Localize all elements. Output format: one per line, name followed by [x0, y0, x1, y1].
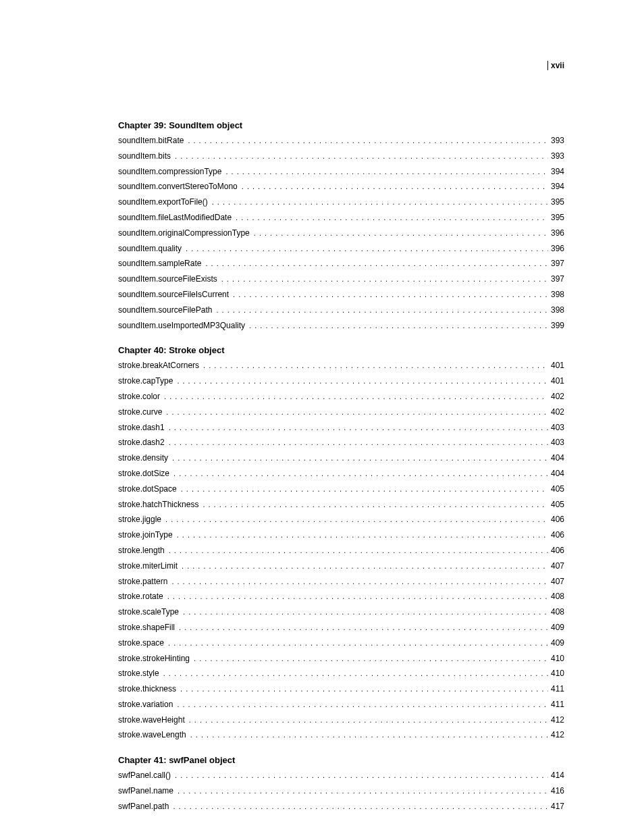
toc-entry-label: stroke.breakAtCorners	[118, 358, 203, 373]
toc-entry-page: 397	[548, 256, 564, 271]
toc-entry[interactable]: stroke.color402	[118, 389, 564, 405]
toc-entry[interactable]: soundItem.originalCompressionType396	[118, 226, 564, 241]
toc-entry-label: soundItem.sourceFileExists	[118, 271, 221, 287]
toc-entry-page: 407	[548, 574, 564, 590]
toc-entry-page: 411	[548, 697, 564, 712]
toc-entry[interactable]: stroke.pattern407	[118, 574, 564, 590]
toc-entry-page: 401	[548, 373, 564, 389]
toc-entry-label: stroke.jiggle	[118, 512, 165, 527]
toc-entry-label: soundItem.convertStereoToMono	[118, 179, 242, 194]
toc-entry-label: swfPanel.path	[118, 799, 173, 814]
toc-leader	[163, 667, 548, 681]
toc-entry[interactable]: stroke.jiggle406	[118, 512, 564, 527]
toc-entry[interactable]: soundItem.compressionType394	[118, 164, 564, 180]
toc-leader	[175, 768, 548, 783]
toc-entry[interactable]: stroke.space409	[118, 635, 564, 651]
toc-entry-page: 402	[548, 389, 564, 405]
toc-leader	[165, 513, 548, 527]
toc-leader	[177, 698, 548, 712]
toc-entry[interactable]: stroke.dash1403	[118, 420, 564, 436]
toc-entry[interactable]: stroke.variation411	[118, 697, 564, 712]
toc-leader	[173, 467, 548, 481]
toc-entry-label: stroke.capType	[118, 373, 177, 389]
toc-entry[interactable]: soundItem.sourceFileIsCurrent398	[118, 287, 564, 303]
toc-entry-page: 398	[548, 303, 564, 318]
toc-entry[interactable]: soundItem.fileLastModifiedDate395	[118, 210, 564, 226]
toc-entry-label: stroke.dash1	[118, 420, 169, 436]
toc-entry-label: stroke.dash2	[118, 435, 169, 450]
toc-entry-label: stroke.scaleType	[118, 604, 183, 620]
toc-leader	[203, 359, 548, 373]
toc-entry[interactable]: stroke.style410	[118, 666, 564, 681]
toc-entry-page: 395	[548, 210, 564, 226]
toc-entry[interactable]: stroke.thickness411	[118, 681, 564, 697]
toc-leader	[188, 134, 548, 148]
toc-leader	[205, 257, 548, 271]
toc-entry[interactable]: stroke.dotSpace405	[118, 481, 564, 497]
toc-entry-page: 408	[548, 604, 564, 620]
toc-entry-label: soundItem.bitRate	[118, 133, 188, 149]
toc-entry[interactable]: stroke.strokeHinting410	[118, 651, 564, 667]
toc-entry[interactable]: soundItem.quality396	[118, 241, 564, 257]
toc-entry-label: stroke.curve	[118, 405, 166, 420]
toc-entry-page: 412	[548, 727, 564, 743]
toc-entry-label: stroke.strokeHinting	[118, 651, 194, 667]
toc-entry[interactable]: stroke.density404	[118, 450, 564, 466]
toc-leader	[236, 211, 548, 225]
toc-entry[interactable]: swfPanel.name416	[118, 783, 564, 799]
toc-entry[interactable]: soundItem.useImportedMP3Quality399	[118, 318, 564, 334]
toc-leader	[166, 405, 548, 419]
toc-leader	[180, 682, 548, 696]
toc-entry[interactable]: soundItem.bits393	[118, 149, 564, 164]
chapter-title: Chapter 40: Stroke object	[118, 345, 564, 355]
toc-entry[interactable]: soundItem.sourceFileExists397	[118, 271, 564, 287]
toc-entry-label: stroke.variation	[118, 697, 177, 712]
toc-entry[interactable]: stroke.shapeFill409	[118, 620, 564, 635]
toc-entry[interactable]: soundItem.sourceFilePath398	[118, 303, 564, 318]
toc-entry-page: 416	[548, 783, 564, 799]
toc-leader	[212, 195, 548, 209]
toc-leader	[168, 636, 548, 650]
toc-entry[interactable]: stroke.length406	[118, 543, 564, 558]
toc-entry-label: soundItem.originalCompressionType	[118, 226, 254, 241]
toc-entry[interactable]: stroke.hatchThickness405	[118, 497, 564, 513]
toc-leader	[178, 784, 548, 798]
toc-entry-label: soundItem.fileLastModifiedDate	[118, 210, 236, 226]
toc-entry-page: 401	[548, 358, 564, 373]
toc-leader	[169, 421, 548, 435]
toc-entry-page: 396	[548, 241, 564, 257]
toc-leader	[189, 713, 548, 727]
toc-entry-label: soundItem.quality	[118, 241, 186, 257]
toc-entry[interactable]: stroke.breakAtCorners401	[118, 358, 564, 373]
toc-entry-page: 406	[548, 512, 564, 527]
toc-entry-label: stroke.dotSpace	[118, 481, 181, 497]
toc-leader	[254, 226, 548, 240]
toc-entry[interactable]: stroke.rotate408	[118, 589, 564, 604]
toc-entry[interactable]: stroke.curve402	[118, 405, 564, 420]
toc-entry[interactable]: soundItem.exportToFile()395	[118, 194, 564, 210]
toc-entry[interactable]: swfPanel.path417	[118, 799, 564, 814]
toc-entry[interactable]: stroke.dotSize404	[118, 466, 564, 481]
toc-entry[interactable]: stroke.capType401	[118, 373, 564, 389]
toc-entry-label: stroke.hatchThickness	[118, 497, 203, 513]
toc-entry[interactable]: stroke.joinType406	[118, 527, 564, 543]
toc-entry-label: stroke.rotate	[118, 589, 167, 604]
toc-leader	[167, 590, 548, 604]
toc-entry-label: stroke.thickness	[118, 681, 180, 697]
toc-leader	[177, 374, 548, 388]
toc-entry-label: swfPanel.call()	[118, 768, 175, 783]
toc-entry[interactable]: soundItem.convertStereoToMono394	[118, 179, 564, 194]
toc-entry[interactable]: stroke.waveLength412	[118, 727, 564, 743]
toc-entry[interactable]: soundItem.bitRate393	[118, 133, 564, 149]
toc-leader	[181, 482, 548, 496]
toc-entry[interactable]: stroke.dash2403	[118, 435, 564, 450]
toc-entry-label: soundItem.bits	[118, 149, 175, 164]
toc-entry-label: soundItem.compressionType	[118, 164, 225, 180]
toc-entry-page: 406	[548, 543, 564, 558]
toc-entry[interactable]: soundItem.sampleRate397	[118, 256, 564, 271]
toc-entry[interactable]: stroke.miterLimit407	[118, 558, 564, 574]
toc-entry[interactable]: swfPanel.call()414	[118, 768, 564, 783]
toc-entry[interactable]: stroke.scaleType408	[118, 604, 564, 620]
toc-leader	[172, 451, 548, 465]
toc-entry[interactable]: stroke.waveHeight412	[118, 712, 564, 728]
